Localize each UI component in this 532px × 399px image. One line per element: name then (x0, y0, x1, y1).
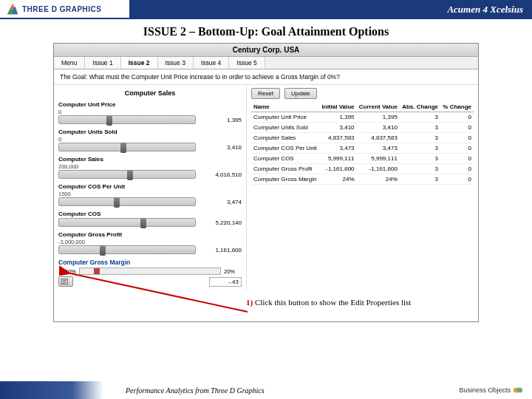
data-table-panel: Reset Update NameInitial ValueCurrent Va… (246, 85, 478, 290)
product-name: Acumen 4 Xcelsius (447, 4, 523, 16)
slider-value: 4,016,510 (200, 171, 242, 178)
reset-button[interactable]: Reset (251, 88, 280, 99)
col-header: Current Value (357, 102, 400, 112)
footer: Performance Analytics from Three D Graph… (0, 381, 532, 399)
slider-track[interactable] (58, 245, 196, 254)
header-blue-bar: Acumen 4 Xcelsius (129, 0, 532, 19)
section-title: Computer Sales (58, 88, 242, 101)
col-header: Initial Value (319, 102, 356, 112)
logo-text: THREE D GRAPHICS (22, 5, 101, 13)
tab-issue-3[interactable]: Issue 3 (158, 57, 194, 69)
slider-label: Computer Sales (58, 156, 242, 163)
col-header: Abs. Change (400, 102, 440, 112)
business-objects-logo: Business Objects (459, 385, 523, 395)
table-row: Computer Unit Price1,3951,39530 (251, 112, 474, 123)
col-header: % Change (440, 102, 474, 112)
table-row: Computer COS5,999,1115,999,11130 (251, 154, 474, 164)
header: THREE D GRAPHICS Acumen 4 Xcelsius (0, 0, 532, 19)
slider-label: Computer Units Sold (58, 129, 242, 135)
slider-value: 1,161,600 (200, 247, 242, 253)
slider-track[interactable] (58, 143, 196, 151)
slider-track[interactable] (58, 115, 196, 124)
app-window: Century Corp. USA MenuIssue 1Issue 2Issu… (53, 43, 479, 322)
slider-value: 5,220,140 (200, 219, 242, 226)
values-table: NameInitial ValueCurrent ValueAbs. Chang… (251, 102, 474, 185)
footer-text: Performance Analytics from Three D Graph… (126, 386, 265, 395)
gm-max: 20% (224, 268, 242, 275)
table-row: Computer Gross Profit-1,161,600-1,161,60… (251, 164, 474, 174)
footer-accent (0, 381, 103, 399)
table-row: Computer Sales4,837,5834,837,58330 (251, 133, 474, 143)
slider-thumb[interactable] (127, 170, 133, 180)
gm-min: -50% (58, 268, 76, 275)
slider-track[interactable] (58, 170, 196, 179)
slider-value: 1,395 (200, 117, 242, 123)
tab-issue-4[interactable]: Issue 4 (194, 57, 229, 69)
slider-label: Computer COS Per Unit (58, 183, 242, 190)
tab-issue-5[interactable]: Issue 5 (229, 57, 265, 69)
logo-area: THREE D GRAPHICS (0, 0, 129, 19)
table-row: Computer COS Per Unit3,4733,47330 (251, 143, 474, 154)
gross-margin-label: Computer Gross Margin (58, 259, 242, 266)
slider-thumb[interactable] (120, 143, 126, 153)
tab-menu[interactable]: Menu (54, 57, 85, 69)
app-title: Century Corp. USA (54, 44, 478, 57)
slider-track[interactable] (58, 197, 196, 206)
goal-text: The Goal: What must the Computer Unit Pr… (54, 69, 478, 85)
table-row: Computer Gross Margin24%24%30 (251, 174, 474, 185)
slider-thumb[interactable] (140, 218, 146, 228)
business-objects-icon (513, 385, 523, 395)
svg-point-7 (517, 388, 522, 393)
slider-thumb[interactable] (106, 115, 112, 126)
slider-label: Computer Gross Profit (58, 231, 242, 238)
gm-value: -.43 (209, 277, 242, 287)
slider-value: 3,410 (200, 144, 242, 151)
table-row: Computer Units Sold3,4103,41030 (251, 123, 474, 133)
callout-text: 1) Click this button to show the Edit Pr… (246, 298, 411, 307)
slider-thumb[interactable] (100, 245, 106, 256)
tab-issue-2[interactable]: Issue 2 (121, 57, 158, 69)
slide-title: ISSUE 2 – Bottom-Up: Goal Attainment Opt… (0, 25, 532, 38)
three-d-logo-icon (6, 2, 19, 16)
tab-bar: MenuIssue 1Issue 2Issue 3Issue 4Issue 5 (54, 57, 478, 69)
slider-value: 3,474 (200, 199, 242, 205)
sliders-panel: Computer Sales Computer Unit Price01,395… (54, 85, 246, 290)
tab-issue-1[interactable]: Issue 1 (85, 57, 120, 69)
update-button[interactable]: Update (284, 88, 317, 99)
slider-track[interactable] (58, 218, 196, 227)
edit-properties-button[interactable] (58, 276, 73, 287)
slider-thumb[interactable] (114, 197, 120, 208)
col-header: Name (251, 102, 319, 112)
slider-label: Computer Unit Price (58, 101, 242, 108)
gm-track[interactable] (79, 267, 221, 275)
slider-label: Computer COS (58, 211, 242, 217)
